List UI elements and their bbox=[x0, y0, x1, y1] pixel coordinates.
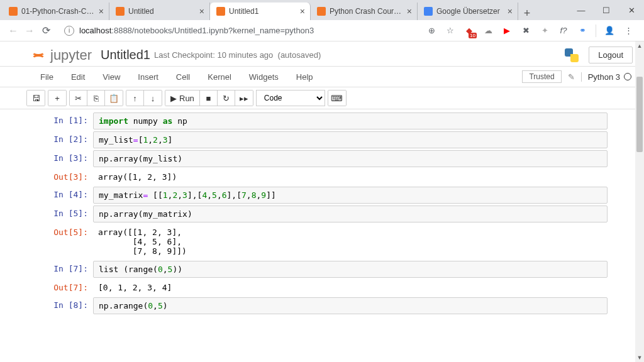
scroll-down-arrow-icon[interactable]: ▼ bbox=[635, 353, 644, 362]
restart-button[interactable]: ↻ bbox=[218, 90, 235, 106]
code-input[interactable]: list (range(0,5)) bbox=[93, 261, 608, 278]
reload-button[interactable]: ⟳ bbox=[38, 23, 54, 39]
new-tab-button[interactable]: + bbox=[518, 7, 536, 20]
jupyter-logo-icon bbox=[30, 47, 47, 63]
browser-tab[interactable]: Python Crash Course Exerc × bbox=[311, 3, 418, 20]
extension-fx-icon[interactable]: f? bbox=[558, 25, 569, 36]
notebook-title[interactable]: Untitled1 bbox=[101, 48, 150, 62]
close-window-button[interactable]: ✕ bbox=[619, 0, 644, 20]
copy-button[interactable]: ⎘ bbox=[87, 90, 105, 106]
code-input[interactable]: np.array(my_matrix) bbox=[93, 206, 608, 222]
menu-file[interactable]: File bbox=[31, 72, 62, 82]
interrupt-button[interactable]: ■ bbox=[200, 90, 218, 106]
paste-button[interactable]: 📋 bbox=[105, 90, 123, 106]
browser-tab[interactable]: 01-Python-Crash-Course/ × bbox=[3, 3, 109, 20]
menu-help[interactable]: Help bbox=[287, 72, 322, 82]
output-prompt: Out[7]: bbox=[36, 280, 93, 295]
input-prompt: In [8]: bbox=[36, 297, 93, 314]
code-input[interactable]: my_matrix= [[1,2,3],[4,5,6],[7,8,9]] bbox=[93, 187, 608, 204]
tab-favicon-icon bbox=[116, 7, 125, 16]
command-palette-button[interactable]: ⌨ bbox=[328, 90, 346, 106]
insert-cell-button[interactable]: + bbox=[48, 90, 66, 106]
zoom-icon[interactable]: ⊕ bbox=[426, 25, 437, 36]
menu-widgets[interactable]: Widgets bbox=[240, 72, 287, 82]
kernel-indicator[interactable]: Python 3 bbox=[581, 72, 631, 82]
logout-button[interactable]: Logout bbox=[589, 47, 633, 63]
edit-pencil-icon[interactable]: ✎ bbox=[565, 72, 577, 82]
kernel-status-icon bbox=[624, 73, 631, 80]
window-controls: — ☐ ✕ bbox=[569, 0, 644, 20]
move-up-button[interactable]: ↑ bbox=[126, 90, 144, 106]
profile-avatar-icon[interactable]: 👤 bbox=[604, 25, 615, 36]
extension-misc-icon[interactable]: ✦ bbox=[539, 25, 550, 36]
jupyter-header: jupyter Untitled1 Last Checkpoint: 10 mi… bbox=[0, 41, 644, 66]
vertical-scrollbar[interactable]: ▲ ▼ bbox=[635, 41, 644, 362]
notebook-area[interactable]: In [1]: import numpy as npIn [2]: my_lis… bbox=[0, 109, 644, 359]
scroll-up-arrow-icon[interactable]: ▲ bbox=[635, 41, 644, 50]
trusted-indicator[interactable]: Trusted bbox=[522, 70, 561, 83]
url-field[interactable]: i localhost:8888/notebooks/Untitled1.ipy… bbox=[59, 26, 421, 36]
url-path: :8888/notebooks/Untitled1.ipynb?kernel_n… bbox=[111, 26, 314, 35]
input-prompt: In [4]: bbox=[36, 187, 93, 204]
code-input[interactable]: my_list=[1,2,3] bbox=[93, 131, 608, 148]
extension-link-icon[interactable]: ⚭ bbox=[577, 25, 588, 36]
site-info-icon[interactable]: i bbox=[64, 26, 74, 36]
input-prompt: In [2]: bbox=[36, 131, 93, 148]
tab-favicon-icon bbox=[216, 7, 225, 16]
move-down-button[interactable]: ↓ bbox=[144, 90, 162, 106]
url-host: localhost bbox=[79, 26, 111, 35]
browser-tab[interactable]: Google Übersetzer × bbox=[418, 3, 518, 20]
python-logo-icon[interactable] bbox=[564, 47, 580, 63]
browser-tab[interactable]: Untitled1 × bbox=[210, 3, 311, 20]
tab-title: 01-Python-Crash-Course/ bbox=[21, 7, 95, 16]
code-cell[interactable]: In [4]: my_matrix= [[1,2,3],[4,5,6],[7,8… bbox=[36, 187, 608, 204]
menu-insert[interactable]: Insert bbox=[129, 72, 167, 82]
tab-close-icon[interactable]: × bbox=[407, 6, 412, 16]
menu-cell[interactable]: Cell bbox=[167, 72, 199, 82]
jupyter-logo[interactable]: jupyter bbox=[30, 47, 92, 63]
menu-view[interactable]: View bbox=[94, 72, 129, 82]
tab-close-icon[interactable]: × bbox=[508, 6, 513, 16]
output-cell: Out[5]: array([[1, 2, 3], [4, 5, 6], [7,… bbox=[36, 224, 608, 259]
jupyter-logo-text: jupyter bbox=[50, 47, 92, 63]
code-cell[interactable]: In [2]: my_list=[1,2,3] bbox=[36, 131, 608, 148]
cut-button[interactable]: ✂ bbox=[70, 90, 87, 106]
code-cell[interactable]: In [3]: np.array(my_list) bbox=[36, 150, 608, 167]
code-input[interactable]: import numpy as np bbox=[93, 112, 608, 129]
menu-kernel[interactable]: Kernel bbox=[199, 72, 240, 82]
extension-youtube-icon[interactable]: ▶ bbox=[501, 25, 513, 36]
forward-button[interactable]: → bbox=[21, 23, 38, 39]
output-text: [0, 1, 2, 3, 4] bbox=[93, 280, 608, 295]
input-prompt: In [7]: bbox=[36, 261, 93, 278]
tab-close-icon[interactable]: × bbox=[199, 6, 204, 16]
extension-adblock-icon[interactable]: ◆10 bbox=[464, 25, 475, 36]
menu-edit[interactable]: Edit bbox=[62, 72, 94, 82]
browser-tab-strip: 01-Python-Crash-Course/ × Untitled × Unt… bbox=[0, 0, 644, 20]
tab-close-icon[interactable]: × bbox=[99, 6, 104, 16]
browser-menu-icon[interactable]: ⋮ bbox=[623, 25, 634, 36]
browser-tab[interactable]: Untitled × bbox=[109, 3, 210, 20]
cell-type-select[interactable]: Code bbox=[256, 90, 325, 106]
save-button[interactable]: 🖫 bbox=[27, 90, 45, 106]
tab-title: Python Crash Course Exerc bbox=[330, 7, 403, 16]
output-prompt: Out[5]: bbox=[36, 224, 93, 259]
code-cell[interactable]: In [8]: np.arange(0,5) bbox=[36, 297, 608, 314]
scroll-thumb[interactable] bbox=[636, 77, 643, 152]
bookmark-star-icon[interactable]: ☆ bbox=[445, 25, 456, 36]
maximize-button[interactable]: ☐ bbox=[594, 0, 619, 20]
back-button[interactable]: ← bbox=[5, 23, 21, 39]
run-button[interactable]: ▶Run bbox=[165, 90, 200, 106]
code-input[interactable]: np.arange(0,5) bbox=[93, 297, 608, 314]
code-cell[interactable]: In [7]: list (range(0,5)) bbox=[36, 261, 608, 278]
tab-favicon-icon bbox=[9, 7, 18, 16]
minimize-button[interactable]: — bbox=[569, 0, 594, 20]
restart-run-all-button[interactable]: ▸▸ bbox=[235, 90, 253, 106]
kernel-name: Python 3 bbox=[588, 72, 620, 82]
code-cell[interactable]: In [1]: import numpy as np bbox=[36, 112, 608, 129]
address-bar: ← → ⟳ i localhost:8888/notebooks/Untitle… bbox=[0, 20, 644, 41]
tab-close-icon[interactable]: × bbox=[300, 6, 305, 16]
code-cell[interactable]: In [5]: np.array(my_matrix) bbox=[36, 206, 608, 222]
extension-tools-icon[interactable]: ✖ bbox=[520, 25, 531, 36]
extension-cloud-icon[interactable]: ☁ bbox=[482, 25, 494, 36]
code-input[interactable]: np.array(my_list) bbox=[93, 150, 608, 167]
